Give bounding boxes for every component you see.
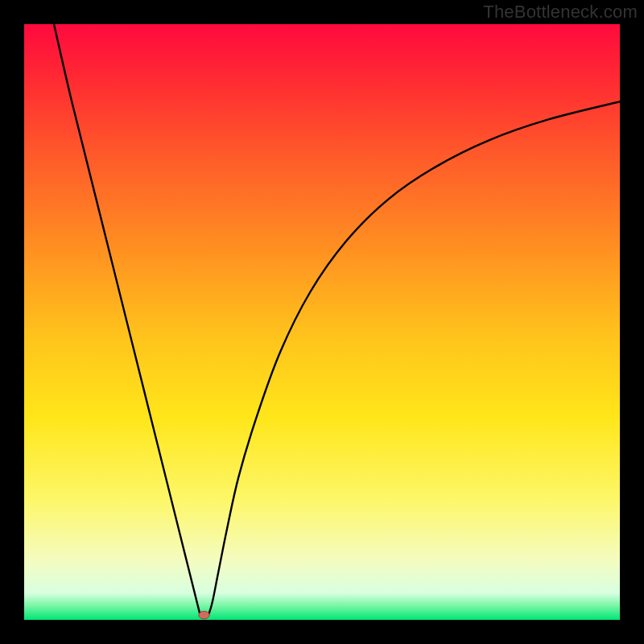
minimum-marker	[199, 611, 209, 619]
watermark-text: TheBottleneck.com	[483, 2, 638, 23]
curve-left-branch	[54, 24, 200, 614]
curve-right-branch	[208, 101, 620, 613]
curve-layer	[24, 24, 620, 620]
plot-area	[24, 24, 620, 620]
chart-frame: TheBottleneck.com	[0, 0, 644, 644]
